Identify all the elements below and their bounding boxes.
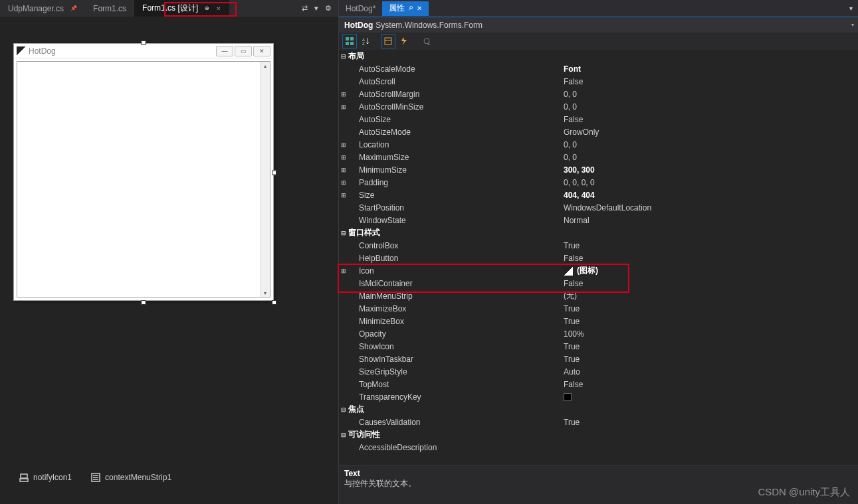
alphabetical-icon[interactable]: AZ bbox=[359, 35, 372, 48]
categorized-icon[interactable] bbox=[343, 35, 356, 48]
dropdown-icon[interactable]: ▾ bbox=[313, 3, 320, 14]
property-row[interactable]: SizeGripStyleAuto bbox=[339, 365, 858, 378]
resize-handle[interactable] bbox=[142, 300, 146, 305]
property-row[interactable]: MinimizeBoxTrue bbox=[339, 315, 858, 327]
expand-icon[interactable]: ⊞ bbox=[339, 268, 348, 274]
maximize-button[interactable]: ▭ bbox=[235, 46, 252, 56]
property-value[interactable]: 404, 404 bbox=[562, 191, 858, 200]
property-row[interactable]: ShowIconTrue bbox=[339, 340, 858, 353]
property-value[interactable]: GrowOnly bbox=[562, 127, 858, 137]
tab-udpmanager[interactable]: UdpManager.cs 📌 bbox=[0, 0, 85, 17]
property-value[interactable]: (无) bbox=[562, 290, 858, 301]
collapse-icon[interactable]: ⊟ bbox=[339, 406, 348, 413]
expand-icon[interactable]: ⊞ bbox=[339, 167, 348, 173]
form-designer-surface[interactable]: HotDog — ▭ ✕ ▴ ▾ bbox=[0, 17, 338, 504]
mock-form[interactable]: HotDog — ▭ ✕ ▴ ▾ bbox=[13, 43, 274, 301]
nav-back-icon[interactable]: ⇄ bbox=[300, 3, 309, 14]
property-value[interactable]: 0, 0 bbox=[562, 90, 858, 99]
expand-icon[interactable]: ⊞ bbox=[339, 104, 348, 110]
property-row[interactable]: ShowInTaskbarTrue bbox=[339, 353, 858, 365]
property-row[interactable]: MainMenuStrip(无) bbox=[339, 290, 858, 302]
property-value[interactable]: True bbox=[562, 355, 858, 364]
resize-handle[interactable] bbox=[272, 300, 276, 305]
property-row[interactable]: TopMostFalse bbox=[339, 378, 858, 390]
property-value[interactable]: 300, 300 bbox=[562, 165, 858, 175]
collapse-icon[interactable]: ⊟ bbox=[339, 432, 348, 438]
close-icon[interactable]: ✕ bbox=[417, 5, 422, 12]
expand-icon[interactable]: ⊞ bbox=[339, 179, 348, 186]
collapse-icon[interactable]: ⊟ bbox=[339, 53, 348, 60]
property-row[interactable]: ⊞Location0, 0 bbox=[339, 138, 858, 151]
property-value[interactable]: True bbox=[562, 241, 858, 250]
close-icon[interactable]: ✕ bbox=[216, 5, 221, 12]
property-row[interactable]: ⊞MinimumSize300, 300 bbox=[339, 163, 858, 176]
property-row[interactable]: StartPositionWindowsDefaultLocation bbox=[339, 201, 858, 214]
property-row[interactable]: CausesValidationTrue bbox=[339, 416, 858, 428]
property-value[interactable]: 0, 0 bbox=[562, 140, 858, 149]
property-category[interactable]: ⊟窗口样式 bbox=[339, 226, 858, 239]
property-value[interactable]: 0, 0 bbox=[562, 153, 858, 162]
property-value[interactable]: False bbox=[562, 380, 858, 389]
property-row[interactable]: AutoScrollFalse bbox=[339, 75, 858, 88]
property-row[interactable]: MaximizeBoxTrue bbox=[339, 302, 858, 315]
property-row[interactable]: ⊞Size404, 404 bbox=[339, 189, 858, 201]
property-value[interactable]: WindowsDefaultLocation bbox=[562, 203, 858, 212]
property-category[interactable]: ⊟焦点 bbox=[339, 403, 858, 416]
property-row[interactable]: TransparencyKey bbox=[339, 390, 858, 403]
property-value[interactable] bbox=[562, 393, 858, 401]
property-row[interactable]: ⊞MaximumSize0, 0 bbox=[339, 151, 858, 163]
property-row[interactable]: ControlBoxTrue bbox=[339, 239, 858, 252]
property-row[interactable]: ⊞Icon(图标) bbox=[339, 264, 858, 277]
form-client-area[interactable]: ▴ ▾ bbox=[17, 61, 270, 297]
resize-handle[interactable] bbox=[272, 171, 276, 175]
resize-handle[interactable] bbox=[142, 41, 146, 45]
property-value[interactable]: False bbox=[562, 279, 858, 288]
property-row[interactable]: AutoSizeFalse bbox=[339, 113, 858, 126]
tab-hotdog-doc[interactable]: HotDog* bbox=[339, 1, 382, 16]
property-value[interactable]: False bbox=[562, 254, 858, 263]
tray-item-notifyicon[interactable]: notifyIcon1 bbox=[19, 472, 72, 483]
property-value[interactable]: True bbox=[562, 342, 858, 351]
property-row[interactable]: AutoSizeModeGrowOnly bbox=[339, 126, 858, 138]
expand-icon[interactable]: ⊞ bbox=[339, 141, 348, 148]
property-value[interactable]: True bbox=[562, 418, 858, 427]
dropdown-icon[interactable]: ▾ bbox=[851, 22, 854, 28]
expand-icon[interactable]: ⊞ bbox=[339, 154, 348, 161]
property-category[interactable]: ⊟可访问性 bbox=[339, 428, 858, 441]
property-pages-icon[interactable] bbox=[420, 35, 433, 48]
property-grid[interactable]: ⊟布局AutoScaleModeFontAutoScrollFalse⊞Auto… bbox=[339, 50, 858, 465]
tab-properties[interactable]: 属性 ⚲ ✕ bbox=[382, 1, 429, 16]
expand-icon[interactable]: ⊞ bbox=[339, 192, 348, 199]
tray-item-contextmenu[interactable]: contextMenuStrip1 bbox=[90, 472, 171, 483]
property-category[interactable]: ⊟布局 bbox=[339, 50, 858, 62]
events-icon[interactable] bbox=[397, 35, 411, 48]
property-value[interactable]: 0, 0 bbox=[562, 102, 858, 112]
property-value[interactable]: Auto bbox=[562, 367, 858, 377]
property-row[interactable]: ⊞AutoScrollMargin0, 0 bbox=[339, 88, 858, 100]
property-value[interactable]: 0, 0, 0, 0 bbox=[562, 178, 858, 187]
property-value[interactable]: Font bbox=[562, 64, 858, 74]
panel-dropdown-icon[interactable]: ▾ bbox=[849, 5, 858, 12]
tab-form1[interactable]: Form1.cs bbox=[85, 0, 134, 17]
property-row[interactable]: AutoScaleModeFont bbox=[339, 62, 858, 75]
collapse-icon[interactable]: ⊟ bbox=[339, 230, 348, 236]
minimize-button[interactable]: — bbox=[216, 46, 233, 56]
property-row[interactable]: Opacity100% bbox=[339, 327, 858, 340]
property-value[interactable]: True bbox=[562, 317, 858, 326]
property-value[interactable]: False bbox=[562, 77, 858, 86]
property-value[interactable]: Normal bbox=[562, 216, 858, 225]
tab-form1-design[interactable]: Form1.cs [设计] ⊕ ✕ bbox=[134, 0, 229, 17]
property-row[interactable]: HelpButtonFalse bbox=[339, 252, 858, 264]
object-selector[interactable]: HotDog System.Windows.Forms.Form ▾ bbox=[339, 17, 858, 33]
pin-icon[interactable]: ⚲ bbox=[407, 5, 415, 12]
property-row[interactable]: IsMdiContainerFalse bbox=[339, 277, 858, 290]
property-value[interactable]: False bbox=[562, 115, 858, 124]
scroll-down-icon[interactable]: ▾ bbox=[261, 289, 270, 297]
property-value[interactable]: True bbox=[562, 304, 858, 313]
textbox-control[interactable]: ▴ ▾ bbox=[17, 61, 270, 297]
property-row[interactable]: AccessibleDescription bbox=[339, 441, 858, 454]
property-value[interactable]: 100% bbox=[562, 329, 858, 339]
property-row[interactable]: WindowStateNormal bbox=[339, 214, 858, 226]
scroll-up-icon[interactable]: ▴ bbox=[261, 62, 270, 70]
property-row[interactable]: ⊞AutoScrollMinSize0, 0 bbox=[339, 100, 858, 113]
